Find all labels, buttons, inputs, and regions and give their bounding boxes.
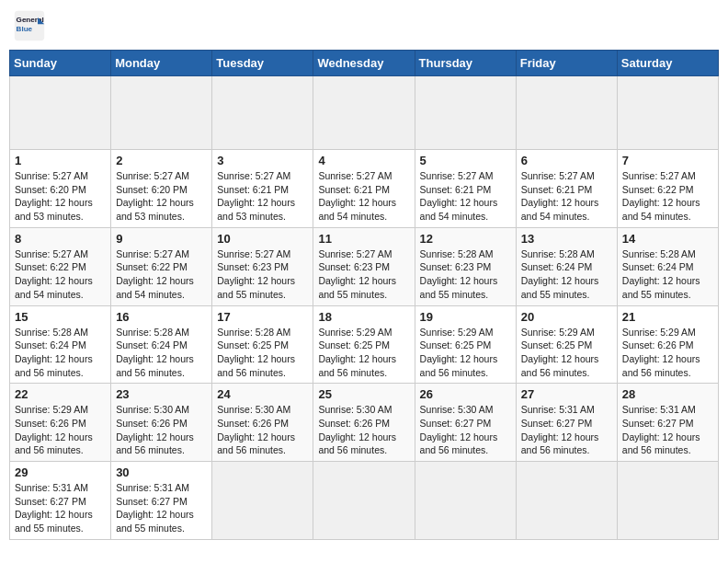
calendar-cell: 14Sunrise: 5:28 AM Sunset: 6:24 PM Dayli… [617, 227, 718, 305]
day-info: Sunrise: 5:27 AM Sunset: 6:23 PM Dayligh… [217, 247, 308, 302]
calendar-cell: 11Sunrise: 5:27 AM Sunset: 6:23 PM Dayli… [313, 227, 415, 305]
calendar-cell: 17Sunrise: 5:28 AM Sunset: 6:25 PM Dayli… [212, 305, 313, 384]
weekday-header-wednesday: Wednesday [313, 51, 415, 76]
day-info: Sunrise: 5:31 AM Sunset: 6:27 PM Dayligh… [116, 481, 207, 535]
weekday-header-friday: Friday [516, 51, 617, 76]
calendar-cell: 30Sunrise: 5:31 AM Sunset: 6:27 PM Dayli… [111, 462, 212, 540]
calendar-cell: 22Sunrise: 5:29 AM Sunset: 6:26 PM Dayli… [10, 384, 111, 462]
calendar-week-0 [10, 76, 719, 150]
calendar-cell [313, 76, 415, 150]
day-number: 26 [420, 387, 511, 401]
day-number: 24 [217, 387, 308, 401]
day-number: 13 [521, 232, 612, 246]
day-number: 25 [318, 387, 409, 401]
calendar-cell: 18Sunrise: 5:29 AM Sunset: 6:25 PM Dayli… [313, 305, 415, 384]
day-info: Sunrise: 5:28 AM Sunset: 6:24 PM Dayligh… [15, 326, 106, 380]
day-info: Sunrise: 5:27 AM Sunset: 6:22 PM Dayligh… [116, 247, 207, 302]
calendar-cell: 23Sunrise: 5:30 AM Sunset: 6:26 PM Dayli… [111, 384, 212, 462]
day-number: 12 [420, 232, 511, 246]
day-info: Sunrise: 5:28 AM Sunset: 6:24 PM Dayligh… [521, 247, 612, 302]
calendar-week-1: 1Sunrise: 5:27 AM Sunset: 6:20 PM Daylig… [10, 150, 719, 228]
weekday-header-monday: Monday [111, 51, 212, 76]
day-info: Sunrise: 5:29 AM Sunset: 6:26 PM Dayligh… [15, 403, 106, 457]
day-info: Sunrise: 5:28 AM Sunset: 6:25 PM Dayligh… [217, 326, 308, 380]
calendar-cell: 16Sunrise: 5:28 AM Sunset: 6:24 PM Dayli… [111, 305, 212, 384]
calendar-cell: 15Sunrise: 5:28 AM Sunset: 6:24 PM Dayli… [10, 305, 111, 384]
day-info: Sunrise: 5:31 AM Sunset: 6:27 PM Dayligh… [15, 481, 106, 535]
calendar-cell: 25Sunrise: 5:30 AM Sunset: 6:26 PM Dayli… [313, 384, 415, 462]
calendar-cell: 28Sunrise: 5:31 AM Sunset: 6:27 PM Dayli… [617, 384, 718, 462]
day-number: 29 [15, 465, 106, 479]
day-number: 4 [318, 154, 409, 167]
day-info: Sunrise: 5:30 AM Sunset: 6:26 PM Dayligh… [116, 403, 207, 457]
day-number: 21 [622, 310, 713, 324]
calendar-cell [111, 76, 212, 150]
day-info: Sunrise: 5:28 AM Sunset: 6:24 PM Dayligh… [116, 326, 207, 380]
day-info: Sunrise: 5:31 AM Sunset: 6:27 PM Dayligh… [622, 403, 713, 457]
calendar-cell: 13Sunrise: 5:28 AM Sunset: 6:24 PM Dayli… [516, 227, 617, 305]
day-number: 19 [420, 310, 511, 324]
day-number: 28 [622, 387, 713, 401]
calendar-cell: 4Sunrise: 5:27 AM Sunset: 6:21 PM Daylig… [313, 150, 415, 228]
calendar-cell: 27Sunrise: 5:31 AM Sunset: 6:27 PM Dayli… [516, 384, 617, 462]
calendar-cell [617, 462, 718, 540]
day-number: 6 [521, 154, 612, 167]
day-info: Sunrise: 5:29 AM Sunset: 6:26 PM Dayligh… [622, 326, 713, 380]
day-number: 14 [622, 232, 713, 246]
day-info: Sunrise: 5:27 AM Sunset: 6:21 PM Dayligh… [420, 169, 511, 224]
day-info: Sunrise: 5:30 AM Sunset: 6:27 PM Dayligh… [420, 403, 511, 457]
calendar-week-4: 22Sunrise: 5:29 AM Sunset: 6:26 PM Dayli… [10, 384, 719, 462]
calendar-cell [415, 462, 516, 540]
calendar-cell: 3Sunrise: 5:27 AM Sunset: 6:21 PM Daylig… [212, 150, 313, 228]
calendar-cell [516, 462, 617, 540]
calendar-cell: 2Sunrise: 5:27 AM Sunset: 6:20 PM Daylig… [111, 150, 212, 228]
day-info: Sunrise: 5:27 AM Sunset: 6:21 PM Dayligh… [521, 169, 612, 224]
day-number: 27 [521, 387, 612, 401]
calendar-cell [617, 76, 718, 150]
calendar-cell: 20Sunrise: 5:29 AM Sunset: 6:25 PM Dayli… [516, 305, 617, 384]
svg-text:Blue: Blue [17, 25, 33, 33]
day-info: Sunrise: 5:30 AM Sunset: 6:26 PM Dayligh… [217, 403, 308, 457]
calendar-cell: 7Sunrise: 5:27 AM Sunset: 6:22 PM Daylig… [617, 150, 718, 228]
page-header: General Blue [9, 9, 719, 42]
calendar-cell: 8Sunrise: 5:27 AM Sunset: 6:22 PM Daylig… [10, 227, 111, 305]
calendar-cell [212, 462, 313, 540]
day-number: 10 [217, 232, 308, 246]
weekday-header-row: SundayMondayTuesdayWednesdayThursdayFrid… [10, 51, 719, 76]
weekday-header-thursday: Thursday [415, 51, 516, 76]
calendar-cell: 1Sunrise: 5:27 AM Sunset: 6:20 PM Daylig… [10, 150, 111, 228]
day-number: 20 [521, 310, 612, 324]
calendar-table: SundayMondayTuesdayWednesdayThursdayFrid… [9, 50, 719, 540]
calendar-cell: 9Sunrise: 5:27 AM Sunset: 6:22 PM Daylig… [111, 227, 212, 305]
weekday-header-saturday: Saturday [617, 51, 718, 76]
calendar-cell: 19Sunrise: 5:29 AM Sunset: 6:25 PM Dayli… [415, 305, 516, 384]
calendar-cell: 10Sunrise: 5:27 AM Sunset: 6:23 PM Dayli… [212, 227, 313, 305]
day-info: Sunrise: 5:27 AM Sunset: 6:23 PM Dayligh… [318, 247, 409, 302]
day-number: 23 [116, 387, 207, 401]
weekday-header-sunday: Sunday [10, 51, 111, 76]
day-info: Sunrise: 5:31 AM Sunset: 6:27 PM Dayligh… [521, 403, 612, 457]
day-info: Sunrise: 5:27 AM Sunset: 6:21 PM Dayligh… [217, 169, 308, 224]
calendar-cell: 24Sunrise: 5:30 AM Sunset: 6:26 PM Dayli… [212, 384, 313, 462]
day-info: Sunrise: 5:28 AM Sunset: 6:24 PM Dayligh… [622, 247, 713, 302]
day-number: 17 [217, 310, 308, 324]
calendar-cell [313, 462, 415, 540]
day-number: 15 [15, 310, 106, 324]
calendar-cell [10, 76, 111, 150]
day-number: 2 [116, 154, 207, 167]
calendar-cell: 21Sunrise: 5:29 AM Sunset: 6:26 PM Dayli… [617, 305, 718, 384]
calendar-cell [415, 76, 516, 150]
calendar-cell: 26Sunrise: 5:30 AM Sunset: 6:27 PM Dayli… [415, 384, 516, 462]
day-number: 18 [318, 310, 409, 324]
day-number: 5 [420, 154, 511, 167]
day-info: Sunrise: 5:28 AM Sunset: 6:23 PM Dayligh… [420, 247, 511, 302]
day-number: 30 [116, 465, 207, 479]
weekday-header-tuesday: Tuesday [212, 51, 313, 76]
day-number: 1 [15, 154, 106, 167]
calendar-cell: 12Sunrise: 5:28 AM Sunset: 6:23 PM Dayli… [415, 227, 516, 305]
calendar-week-5: 29Sunrise: 5:31 AM Sunset: 6:27 PM Dayli… [10, 462, 719, 540]
day-number: 9 [116, 232, 207, 246]
day-info: Sunrise: 5:29 AM Sunset: 6:25 PM Dayligh… [420, 326, 511, 380]
day-number: 22 [15, 387, 106, 401]
calendar-cell [516, 76, 617, 150]
